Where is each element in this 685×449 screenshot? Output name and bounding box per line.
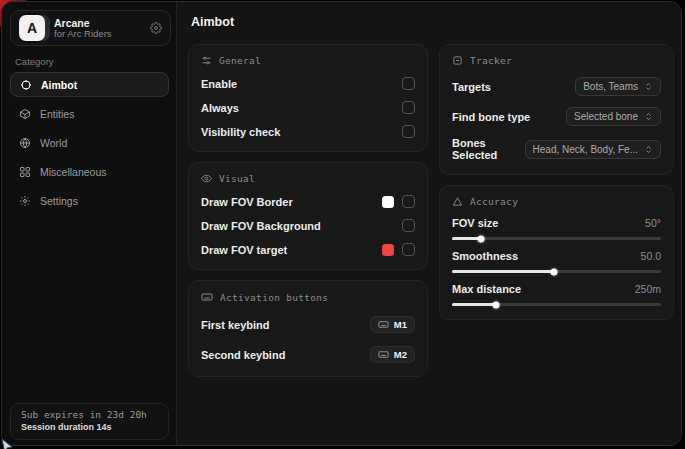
fov-size-slider-group: FOV size 50° [452, 217, 661, 240]
accuracy-card-header: Accuracy [452, 196, 661, 207]
sidebar-item-label: Settings [40, 195, 78, 207]
keyboard-icon [378, 349, 389, 360]
color-swatch-red[interactable] [382, 244, 394, 256]
general-card: General Enable Always Visibility check [188, 44, 428, 152]
fov-target-checkbox[interactable] [402, 243, 415, 256]
sidebar-item-label: Entities [40, 108, 74, 120]
first-keybind-button[interactable]: M1 [370, 316, 415, 333]
slider-thumb[interactable] [478, 235, 485, 242]
grid-icon [19, 166, 31, 178]
dropdown-value: Head, Neck, Body, Fe... [533, 144, 638, 155]
sidebar-item-entities[interactable]: Entities [10, 101, 169, 126]
sidebar-nav: Aimbot Entities World [10, 72, 169, 217]
sidebar-item-miscellaneous[interactable]: Miscellaneous [10, 159, 169, 184]
general-card-header: General [201, 55, 415, 66]
setting-label: Smoothness [452, 250, 518, 262]
main-content: General Enable Always Visibility check [188, 44, 674, 387]
left-column: General Enable Always Visibility check [188, 44, 428, 387]
fov-border-checkbox[interactable] [402, 195, 415, 208]
slider-thumb[interactable] [551, 268, 558, 275]
page-title: Aimbot [191, 15, 234, 29]
max-distance-slider-group: Max distance 250m [452, 283, 661, 306]
fov-background-checkbox[interactable] [402, 219, 415, 232]
setting-row-second-keybind: Second keybind M2 [201, 346, 415, 363]
setting-row-enable: Enable [201, 77, 415, 90]
brand-text: Arcane for Arc Riders [54, 17, 112, 40]
scan-icon [452, 55, 463, 66]
sidebar-item-label: Aimbot [41, 79, 77, 91]
crosshair-icon [20, 79, 32, 91]
keyboard-icon [201, 291, 213, 303]
find-bone-type-dropdown[interactable]: Selected bone [566, 107, 661, 126]
setting-label: Max distance [452, 283, 521, 295]
card-header-label: Activation buttons [220, 292, 328, 303]
sidebar-item-label: Miscellaneous [40, 166, 107, 178]
keyboard-icon [378, 319, 389, 330]
settings-gear-icon [19, 195, 31, 207]
setting-label: Visibility check [201, 126, 280, 138]
sub-expiry-text: Sub expires in 23d 20h [21, 409, 158, 420]
dropdown-value: Bots, Teams [583, 81, 638, 92]
chevrons-up-down-icon [644, 145, 653, 154]
setting-label: Bones Selected [452, 137, 525, 161]
keybind-value: M2 [394, 349, 407, 360]
brand-name: Arcane [54, 17, 112, 29]
always-checkbox[interactable] [402, 101, 415, 114]
activation-card-header: Activation buttons [201, 291, 415, 303]
setting-row-first-keybind: First keybind M1 [201, 316, 415, 333]
bones-selected-dropdown[interactable]: Head, Neck, Body, Fe... [525, 140, 661, 159]
visual-card: Visual Draw FOV Border Draw FOV Backgrou… [188, 162, 428, 270]
max-distance-slider[interactable] [452, 303, 661, 306]
visibility-check-checkbox[interactable] [402, 125, 415, 138]
right-column: Tracker Targets Bots, Teams [439, 44, 674, 387]
sidebar-item-settings[interactable]: Settings [10, 188, 169, 213]
setting-label: Targets [452, 81, 491, 93]
dropdown-value: Selected bone [574, 111, 638, 122]
setting-label: Enable [201, 78, 237, 90]
setting-label: Find bone type [452, 111, 530, 123]
sidebar-item-aimbot[interactable]: Aimbot [10, 72, 169, 97]
color-swatch-white[interactable] [382, 196, 394, 208]
smoothness-slider-group: Smoothness 50.0 [452, 250, 661, 273]
card-header-label: Tracker [470, 55, 512, 66]
session-duration-text: Session duration 14s [21, 422, 158, 432]
slider-thumb[interactable] [492, 301, 499, 308]
fov-size-slider[interactable] [452, 237, 661, 240]
sidebar: A Arcane for Arc Riders Category [2, 2, 177, 445]
sidebar-item-world[interactable]: World [10, 130, 169, 155]
brand-logo: A [19, 15, 45, 41]
mouse-cursor [0, 439, 14, 449]
slider-value: 250m [635, 283, 661, 295]
slider-value: 50.0 [641, 250, 661, 262]
setting-label: Always [201, 102, 239, 114]
setting-row-fov-target: Draw FOV target [201, 243, 415, 256]
main-panel: Aimbot General Enable [177, 2, 681, 445]
setting-label: FOV size [452, 217, 498, 229]
setting-row-visibility-check: Visibility check [201, 125, 415, 138]
globe-icon [19, 137, 31, 149]
setting-row-fov-background: Draw FOV Background [201, 219, 415, 232]
accuracy-card: Accuracy FOV size 50° [439, 185, 674, 320]
setting-row-always: Always [201, 101, 415, 114]
category-label: Category [15, 56, 54, 67]
tracker-card: Tracker Targets Bots, Teams [439, 44, 674, 175]
setting-label: Draw FOV Background [201, 220, 321, 232]
app-window: A Arcane for Arc Riders Category [1, 1, 682, 446]
chevrons-up-down-icon [644, 82, 653, 91]
subscription-box: Sub expires in 23d 20h Session duration … [10, 403, 169, 440]
setting-row-targets: Targets Bots, Teams [452, 77, 661, 96]
triangle-icon [452, 196, 463, 207]
enable-checkbox[interactable] [402, 77, 415, 90]
second-keybind-button[interactable]: M2 [370, 346, 415, 363]
gear-icon[interactable] [150, 22, 162, 34]
slider-value: 50° [645, 217, 661, 229]
targets-dropdown[interactable]: Bots, Teams [575, 77, 661, 96]
setting-row-find-bone-type: Find bone type Selected bone [452, 107, 661, 126]
activation-card: Activation buttons First keybind M1 [188, 280, 428, 377]
smoothness-slider[interactable] [452, 270, 661, 273]
sidebar-item-label: World [40, 137, 67, 149]
logo-letter: A [19, 15, 45, 41]
card-header-label: General [219, 55, 261, 66]
setting-label: Draw FOV target [201, 244, 287, 256]
setting-row-bones-selected: Bones Selected Head, Neck, Body, Fe... [452, 137, 661, 161]
